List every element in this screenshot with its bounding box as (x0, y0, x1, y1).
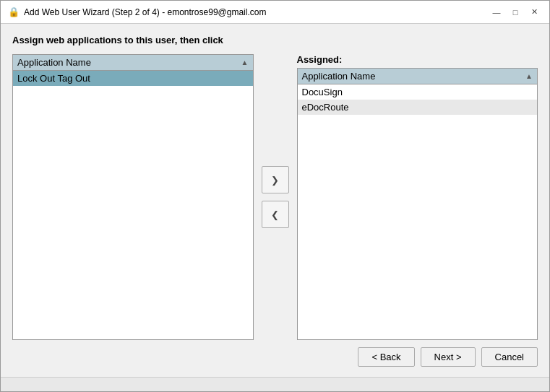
chevron-right-icon: ❯ (271, 175, 279, 186)
left-list-header-label: Application Name (17, 57, 91, 68)
right-panel: Assigned: Application Name ▲ DocuSign eD… (297, 54, 538, 340)
footer: < Back Next > Cancel (12, 340, 538, 370)
right-panel-label: Assigned: (297, 54, 538, 65)
middle-buttons: ❯ ❮ (254, 166, 297, 228)
right-list-body[interactable]: DocuSign eDocRoute (298, 84, 538, 339)
panels-row: Application Name ▲ Lock Out Tag Out ❯ (12, 54, 538, 340)
chevron-left-icon: ❮ (271, 209, 279, 220)
instructions-text: Assign web applications to this user, th… (12, 34, 538, 47)
left-sort-arrow: ▲ (241, 58, 249, 66)
left-list-container: Application Name ▲ Lock Out Tag Out (12, 54, 254, 340)
title-controls: — □ ✕ (489, 4, 542, 20)
right-sort-arrow: ▲ (525, 72, 533, 80)
title-bar-left: 🔒 Add Web User Wizard (Step 2 of 4) - em… (8, 6, 266, 18)
list-item[interactable]: eDocRoute (298, 100, 538, 115)
left-list-body[interactable]: Lock Out Tag Out (13, 71, 253, 339)
maximize-button[interactable]: □ (507, 4, 523, 20)
lock-icon: 🔒 (8, 6, 20, 18)
wizard-window: 🔒 Add Web User Wizard (Step 2 of 4) - em… (0, 0, 550, 392)
right-list-header-label: Application Name (302, 71, 376, 82)
move-right-button[interactable]: ❯ (262, 166, 289, 193)
back-button[interactable]: < Back (358, 347, 414, 367)
cancel-button[interactable]: Cancel (481, 347, 538, 367)
window-title: Add Web User Wizard (Step 2 of 4) - emon… (24, 7, 266, 17)
status-bar (1, 377, 549, 391)
close-button[interactable]: ✕ (526, 4, 542, 20)
next-button[interactable]: Next > (421, 347, 476, 367)
title-bar: 🔒 Add Web User Wizard (Step 2 of 4) - em… (1, 1, 549, 24)
right-item-0-text: DocuSign (302, 87, 343, 97)
left-list-header: Application Name ▲ (13, 55, 253, 71)
right-list-header: Application Name ▲ (298, 69, 538, 84)
right-item-1-text: eDocRoute (302, 102, 349, 113)
minimize-button[interactable]: — (489, 4, 504, 20)
left-item-0-text: Lock Out Tag Out (17, 73, 90, 84)
list-item[interactable]: Lock Out Tag Out (13, 71, 253, 86)
left-panel: Application Name ▲ Lock Out Tag Out (12, 54, 254, 340)
right-list-container: Application Name ▲ DocuSign eDocRoute (297, 68, 538, 340)
move-left-button[interactable]: ❮ (262, 201, 289, 228)
list-item[interactable]: DocuSign (298, 84, 538, 100)
main-content: Assign web applications to this user, th… (1, 24, 549, 377)
